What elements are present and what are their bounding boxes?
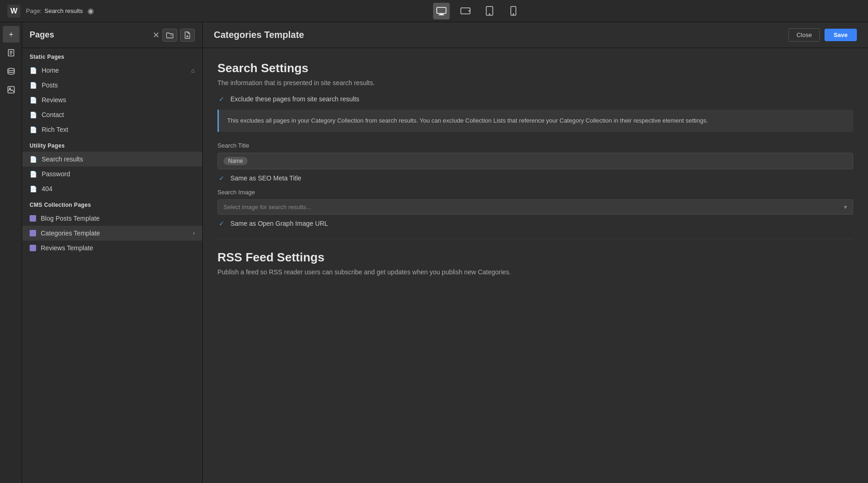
svg-point-6: [489, 14, 490, 15]
page-item-reviews-template[interactable]: Reviews Template: [22, 241, 202, 255]
tablet-portrait-icon[interactable]: [481, 3, 498, 19]
info-box: This excludes all pages in your Category…: [217, 110, 853, 132]
exclude-checkbox-label: Exclude these pages from site search res…: [230, 95, 360, 103]
svg-point-4: [469, 11, 469, 11]
add-folder-btn[interactable]: +: [162, 29, 177, 42]
page-label: Page:: [26, 7, 42, 14]
assets-btn[interactable]: [3, 81, 19, 98]
page-item-label: Posts: [42, 81, 195, 89]
same-as-seo-label: Same as SEO Meta Title: [230, 174, 301, 182]
search-settings-title: Search Settings: [217, 61, 853, 75]
same-as-og-checkbox[interactable]: ✓: [217, 219, 226, 228]
page-item-label: Blog Posts Template: [41, 215, 195, 222]
main-layout: ＋ Pages ✕ + Static Pages 📄 Ho: [0, 22, 868, 483]
page-item-label: Password: [42, 170, 195, 178]
page-file-icon: 📄: [30, 156, 37, 163]
search-title-input[interactable]: Name: [217, 153, 853, 169]
page-item-label: Reviews: [42, 96, 195, 104]
page-item-search-results[interactable]: 📄 Search results: [22, 152, 202, 167]
pages-panel: Pages ✕ + Static Pages 📄 Home ⌂ 📄 Posts: [22, 22, 203, 483]
cms-pages-header: CMS Collection Pages: [22, 196, 202, 211]
search-settings-section: Search Settings The information that is …: [217, 61, 853, 228]
same-as-og-label: Same as Open Graph Image URL: [230, 220, 328, 227]
chevron-right-icon: ›: [193, 230, 195, 236]
cms-btn[interactable]: [3, 63, 19, 80]
search-image-label: Search Image: [217, 189, 853, 196]
page-item-label: Search results: [42, 155, 195, 163]
page-item-reviews[interactable]: 📄 Reviews: [22, 93, 202, 107]
page-item-label: Contact: [42, 111, 195, 118]
content-header: Categories Template Close Save: [203, 22, 868, 48]
page-item-home[interactable]: 📄 Home ⌂: [22, 63, 202, 78]
search-title-tag: Name: [223, 157, 248, 165]
static-pages-header: Static Pages: [22, 48, 202, 63]
search-title-label: Search Title: [217, 142, 853, 149]
svg-rect-2: [439, 14, 444, 15]
page-item-label: 404: [42, 185, 195, 192]
page-item-posts[interactable]: 📄 Posts: [22, 78, 202, 93]
svg-rect-1: [440, 14, 443, 15]
page-item-label: Categories Template: [41, 229, 188, 237]
rss-desc: Publish a feed so RSS reader users can s…: [217, 268, 853, 276]
svg-text:+: +: [170, 33, 172, 37]
page-item-404[interactable]: 📄 404: [22, 181, 202, 196]
svg-point-13: [8, 68, 14, 71]
exclude-checkbox[interactable]: ✓: [217, 95, 226, 103]
cms-page-icon: [30, 245, 36, 251]
close-button[interactable]: Close: [788, 28, 819, 42]
add-page-btn[interactable]: [180, 29, 195, 42]
current-page-name: Search results: [44, 7, 83, 14]
pages-close-btn[interactable]: ✕: [153, 30, 160, 40]
page-file-icon: 📄: [30, 126, 37, 133]
page-item-rich-text[interactable]: 📄 Rich Text: [22, 122, 202, 137]
pages-panel-title: Pages: [30, 30, 149, 40]
search-image-select[interactable]: Select image for search results... ▾: [217, 199, 853, 215]
page-item-contact[interactable]: 📄 Contact: [22, 107, 202, 122]
logo: W: [7, 5, 20, 18]
same-as-seo-row: ✓ Same as SEO Meta Title: [217, 174, 853, 182]
page-item-blog-posts[interactable]: Blog Posts Template: [22, 211, 202, 226]
page-file-icon: 📄: [30, 111, 37, 118]
pages-header: Pages ✕ +: [22, 22, 202, 48]
mobile-icon[interactable]: [505, 3, 522, 19]
dropdown-arrow-icon: ▾: [844, 204, 847, 211]
add-element-btn[interactable]: ＋: [3, 26, 19, 43]
svg-rect-0: [437, 7, 446, 13]
same-as-seo-checkbox[interactable]: ✓: [217, 174, 226, 182]
cms-page-icon: [30, 215, 36, 222]
content-panel-title: Categories Template: [214, 30, 788, 40]
page-file-icon: 📄: [30, 82, 37, 89]
cms-page-icon: [30, 230, 36, 236]
utility-pages-header: Utility Pages: [22, 137, 202, 152]
search-image-placeholder: Select image for search results...: [223, 204, 311, 211]
top-bar: W Page: Search results ◉: [0, 0, 868, 22]
page-file-icon: 📄: [30, 186, 37, 192]
page-file-icon: 📄: [30, 67, 37, 74]
device-switcher: [94, 3, 861, 19]
page-item-label: Rich Text: [42, 126, 195, 133]
page-item-password[interactable]: 📄 Password: [22, 167, 202, 181]
home-icon: ⌂: [191, 67, 195, 74]
exclude-checkbox-row: ✓ Exclude these pages from site search r…: [217, 95, 853, 103]
same-as-og-row: ✓ Same as Open Graph Image URL: [217, 219, 853, 228]
rss-title: RSS Feed Settings: [217, 250, 853, 265]
page-item-label: Reviews Template: [41, 244, 195, 252]
tablet-landscape-icon[interactable]: [457, 3, 474, 19]
section-divider: [217, 239, 853, 239]
left-toolbar: ＋: [0, 22, 22, 483]
save-button[interactable]: Save: [825, 29, 857, 41]
rss-settings-section: RSS Feed Settings Publish a feed so RSS …: [217, 250, 853, 276]
svg-point-8: [513, 14, 514, 15]
pages-list: Static Pages 📄 Home ⌂ 📄 Posts 📄 Reviews …: [22, 48, 202, 483]
desktop-icon[interactable]: [433, 3, 450, 19]
preview-icon[interactable]: ◉: [87, 6, 94, 15]
content-body: Search Settings The information that is …: [203, 48, 868, 483]
content-panel: Categories Template Close Save Search Se…: [203, 22, 868, 483]
page-item-categories-template[interactable]: Categories Template ›: [22, 226, 202, 241]
page-file-icon: 📄: [30, 97, 37, 104]
page-file-icon: 📄: [30, 171, 37, 178]
pages-btn[interactable]: [3, 44, 19, 61]
page-item-label: Home: [42, 67, 186, 74]
search-settings-desc: The information that is presented in sit…: [217, 79, 853, 87]
